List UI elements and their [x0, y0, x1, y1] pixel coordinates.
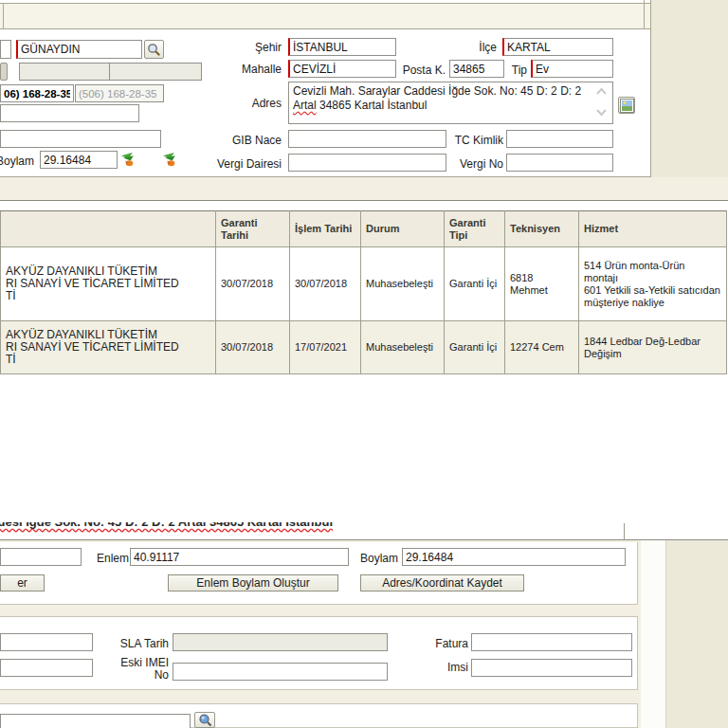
header-company[interactable]: [1, 211, 216, 247]
enlem-boylam-olustur-button[interactable]: Enlem Boylam Oluştur: [168, 574, 338, 592]
vergi-no-field[interactable]: [506, 154, 613, 172]
header-garanti-tipi[interactable]: Garanti Tipi: [445, 211, 505, 247]
ilce-label: İlçe: [455, 41, 497, 54]
phone-secondary-field: [75, 84, 164, 102]
right-margin-background: [650, 0, 728, 177]
boylam-field[interactable]: [402, 548, 626, 566]
adres-scroll-up[interactable]: [595, 85, 609, 95]
header-garanti-tarihi[interactable]: Garanti Tarihi: [216, 211, 290, 247]
cell-garanti-tarihi: 30/07/2018: [216, 247, 290, 321]
map-button-2[interactable]: [162, 152, 179, 169]
table-row[interactable]: AKYÜZ DAYANIKLI TÜKETİM RI SANAYİ VE TİC…: [1, 321, 727, 374]
customer-search-button[interactable]: [144, 40, 164, 59]
disabled-field-1: [19, 63, 110, 81]
map-button-1[interactable]: [120, 152, 137, 169]
coords-cut-field[interactable]: [0, 548, 82, 566]
magnifier-blue-icon: [198, 713, 212, 727]
mahalle-field[interactable]: [288, 60, 396, 78]
eski-imei-label: Eski IMEI No: [110, 657, 169, 683]
top-strip-left-edge: [3, 4, 4, 28]
adres-label: Adres: [246, 97, 282, 110]
tc-kimlik-field[interactable]: [506, 130, 613, 148]
cell-islem-tarihi: 17/07/2021: [290, 321, 361, 374]
header-hizmet[interactable]: Hizmet: [579, 211, 727, 247]
empty-field-1[interactable]: [0, 104, 139, 122]
posta-label: Posta K.: [396, 64, 446, 77]
posta-field[interactable]: [449, 60, 504, 78]
table-header-row: Garanti Tarihi İşlem Tarihi Durum Garant…: [1, 211, 727, 247]
bottom-search-field[interactable]: [0, 714, 191, 728]
cell-durum: Muhasebeleşti: [361, 321, 445, 374]
map-marker-icon: [120, 152, 136, 168]
device-cut-field-1[interactable]: [0, 633, 93, 651]
imsi-label: Imsi: [436, 661, 468, 674]
bottom-background-beige: [666, 540, 728, 728]
cell-teknisyen: 12274 Cem: [505, 321, 579, 374]
sla-tarih-label: SLA Tarih: [104, 637, 169, 650]
cell-company: AKYÜZ DAYANIKLI TÜKETİM RI SANAYİ VE TİC…: [1, 321, 216, 374]
boylam-label: Boylam: [356, 552, 398, 565]
cell-durum: Muhasebeleşti: [361, 247, 445, 321]
mahalle-label: Mahalle: [228, 63, 282, 76]
cell-garanti-tarihi: 30/07/2018: [216, 321, 290, 374]
magnifier-icon: [147, 43, 161, 57]
cell-garanti-tipi: Garanti İçi: [445, 321, 505, 374]
cell-company: AKYÜZ DAYANIKLI TÜKETİM RI SANAYİ VE TİC…: [1, 247, 216, 321]
boylam-top-label: Boylam: [0, 155, 34, 168]
header-teknisyen[interactable]: Teknisyen: [505, 211, 579, 247]
tip-label: Tip: [500, 64, 527, 77]
fatura-label: Fatura: [427, 637, 468, 650]
clipped-address-right-border: [624, 523, 625, 539]
service-history-table: Garanti Tarihi İşlem Tarihi Durum Garant…: [0, 210, 726, 374]
bottom-gutter: [641, 540, 666, 728]
bottom-region-top-border: [0, 539, 728, 540]
enlem-field[interactable]: [130, 548, 349, 566]
cell-hizmet: 1844 Ledbar Değ-Ledbar Değişim: [579, 321, 727, 374]
enlem-label: Enlem: [91, 552, 129, 565]
gib-nace-field[interactable]: [288, 130, 446, 148]
vergi-dairesi-field[interactable]: [288, 154, 446, 172]
adres-koordinat-kaydet-button[interactable]: Adres/Koordinat Kaydet: [360, 574, 524, 592]
section-gap: [0, 177, 728, 200]
clipped-address-text: Cevizli Mah. Saraylar Caddesi İğde Sok. …: [0, 522, 333, 529]
sehir-label: Şehir: [232, 41, 282, 54]
cut-left-button[interactable]: er: [0, 574, 45, 592]
device-cut-field-2[interactable]: [0, 659, 93, 677]
ilce-field[interactable]: [502, 38, 613, 56]
top-strip: [0, 4, 650, 28]
boylam-top-field[interactable]: [40, 151, 118, 169]
cell-teknisyen: 6818 Mehmet: [505, 247, 579, 321]
clipped-address-line: Cevizli Mah. Saraylar Caddesi İğde Sok. …: [0, 522, 624, 539]
adres-textarea[interactable]: Cevizli Mah. Saraylar Caddesi İğde Sok. …: [288, 82, 613, 124]
chevron-up-icon: [595, 87, 608, 96]
phone-primary-field[interactable]: [0, 84, 74, 102]
vergi-dairesi-label: Vergi Dairesi: [204, 157, 282, 171]
tc-kimlik-label: TC Kimlik: [442, 134, 503, 147]
adres-scroll-down[interactable]: [595, 106, 609, 116]
chevron-down-icon: [595, 108, 608, 117]
cell-hizmet: 514 Ürün monta-Ürün montajı 601 Yetkili …: [579, 247, 727, 321]
header-islem-tarihi[interactable]: İşlem Tarihi: [290, 211, 361, 247]
customer-name-field[interactable]: [16, 40, 142, 59]
picture-icon: [620, 99, 634, 113]
phone-mini-button[interactable]: [0, 63, 8, 81]
empty-field-2[interactable]: [0, 130, 161, 148]
table-row[interactable]: AKYÜZ DAYANIKLI TÜKETİM RI SANAYİ VE TİC…: [1, 247, 727, 321]
cell-islem-tarihi: 30/07/2018: [290, 247, 361, 321]
gib-nace-label: GIB Nace: [218, 134, 282, 147]
bottom-search-button[interactable]: [194, 712, 215, 728]
adres-line1: Cevizli Mah. Saraylar Caddesi İğde Sok. …: [293, 84, 581, 98]
cut-field-left[interactable]: [0, 40, 11, 59]
header-durum[interactable]: Durum: [361, 211, 445, 247]
cell-garanti-tipi: Garanti İçi: [445, 247, 505, 321]
adres-line2-rest: 34865 Kartal İstanbul: [317, 99, 428, 112]
fatura-field[interactable]: [471, 633, 632, 651]
tip-field[interactable]: [531, 60, 613, 78]
imsi-field[interactable]: [471, 659, 632, 677]
adres-picture-button[interactable]: [618, 97, 635, 114]
sehir-field[interactable]: [288, 38, 396, 56]
eski-imei-field[interactable]: [173, 663, 388, 681]
adres-misspelled-word: Artal: [293, 99, 317, 112]
vergi-no-label: Vergi No: [446, 157, 503, 171]
service-app-screen: { "colors": { "outer_beige": "#ece9d8", …: [0, 0, 728, 728]
